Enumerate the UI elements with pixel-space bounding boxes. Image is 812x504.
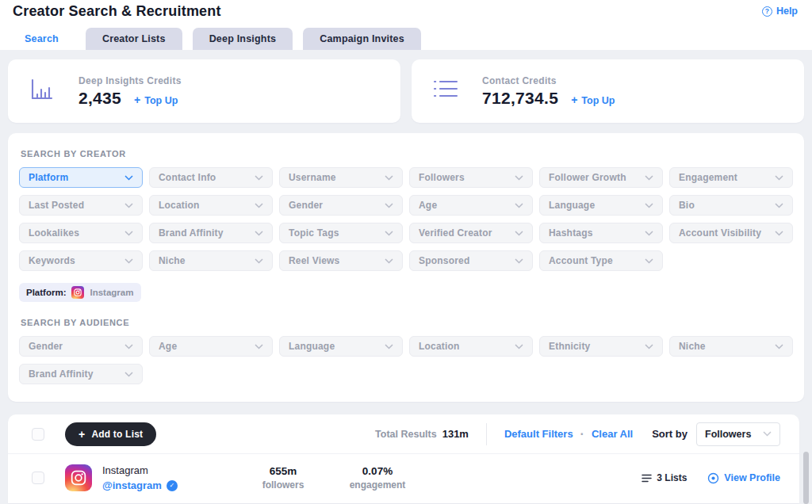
chevron-down-icon — [385, 344, 393, 349]
filter-age[interactable]: Age — [409, 195, 533, 216]
credits-row: Deep Insights Credits 2,435 + Top Up Con… — [8, 59, 804, 123]
filter-brand-affinity[interactable]: Brand Affinity — [149, 223, 273, 243]
deep-insights-credits-card: Deep Insights Credits 2,435 + Top Up — [8, 59, 400, 123]
chevron-down-icon — [645, 344, 653, 349]
filter-sponsored[interactable]: Sponsored — [409, 250, 533, 271]
creator-result-row: Instagram @instagram ✓ 655m followers 0.… — [8, 454, 799, 503]
chevron-down-icon — [515, 231, 523, 236]
filter-account-visibility[interactable]: Account Visibility — [669, 223, 793, 243]
tab-creator-lists[interactable]: Creator Lists — [86, 28, 182, 50]
view-profile-button[interactable]: View Profile — [707, 472, 780, 484]
filter-engagement[interactable]: Engagement — [669, 167, 793, 188]
audience-filter-gender[interactable]: Gender — [19, 336, 143, 357]
default-filters-link[interactable]: Default Filters — [504, 428, 573, 440]
page-header: Creator Search & Recruitment ? Help Sear… — [0, 0, 812, 50]
filter-follower-growth[interactable]: Follower Growth — [539, 167, 663, 188]
applied-filters-row: Platform: Instagram — [19, 283, 793, 302]
chevron-down-icon — [124, 344, 133, 349]
chevron-down-icon — [645, 175, 653, 181]
filter-last-posted[interactable]: Last Posted — [19, 195, 143, 216]
chevron-down-icon — [515, 175, 523, 181]
help-label: Help — [776, 6, 798, 17]
chevron-down-icon — [124, 258, 133, 264]
topup-button[interactable]: + Top Up — [571, 94, 615, 106]
results-card: + Add to List Total Results 131m Default… — [8, 414, 799, 503]
search-filters-card: SEARCH BY CREATOR Platform Contact Info … — [8, 133, 804, 402]
help-icon: ? — [762, 6, 772, 17]
tab-deep-insights[interactable]: Deep Insights — [193, 28, 293, 50]
audience-filter-ethnicity[interactable]: Ethnicity — [539, 336, 663, 357]
total-results-label: Total Results — [375, 429, 437, 440]
select-all-checkbox[interactable] — [32, 428, 44, 441]
chevron-down-icon — [775, 175, 783, 181]
filter-location[interactable]: Location — [149, 195, 273, 216]
search-by-creator-title: SEARCH BY CREATOR — [21, 149, 793, 158]
audience-filter-brand-affinity[interactable]: Brand Affinity — [19, 364, 143, 384]
chevron-down-icon — [515, 344, 523, 349]
help-link[interactable]: ? Help — [762, 6, 798, 17]
topup-button[interactable]: + Top Up — [134, 94, 178, 106]
tab-campaign-invites[interactable]: Campaign Invites — [303, 28, 421, 50]
chevron-down-icon — [255, 175, 263, 181]
divider — [486, 423, 487, 445]
row-checkbox[interactable] — [32, 472, 44, 484]
chevron-down-icon — [124, 231, 133, 236]
filter-gender[interactable]: Gender — [279, 195, 403, 216]
audience-filter-language[interactable]: Language — [279, 336, 403, 357]
filter-topic-tags[interactable]: Topic Tags — [279, 223, 403, 243]
filter-niche[interactable]: Niche — [149, 250, 273, 271]
creator-name: Instagram — [102, 464, 247, 476]
creator-handle-link[interactable]: @instagram — [102, 479, 162, 491]
filter-followers[interactable]: Followers — [409, 167, 533, 188]
filter-username[interactable]: Username — [279, 167, 403, 188]
chevron-down-icon — [255, 258, 263, 264]
chevron-down-icon — [775, 203, 783, 208]
chevron-down-icon — [255, 344, 263, 349]
tab-search[interactable]: Search — [8, 28, 75, 50]
audience-filter-grid: Gender Age Language Location Ethnicity N… — [19, 336, 793, 384]
eye-icon — [707, 472, 719, 484]
results-toolbar: + Add to List Total Results 131m Default… — [8, 414, 799, 453]
filter-reel-views[interactable]: Reel Views — [279, 250, 403, 271]
chevron-down-icon — [763, 431, 772, 437]
chevron-down-icon — [124, 372, 133, 377]
filter-contact-info[interactable]: Contact Info — [149, 167, 273, 188]
clear-all-link[interactable]: Clear All — [592, 428, 633, 440]
filter-hashtags[interactable]: Hashtags — [539, 223, 663, 243]
sort-by-label: Sort by — [652, 428, 688, 440]
platform-instagram-chip[interactable]: Platform: Instagram — [19, 283, 141, 302]
list-lines-icon — [642, 474, 652, 483]
scrollbar-thumb[interactable] — [803, 452, 809, 504]
filter-language[interactable]: Language — [539, 195, 663, 216]
filter-lookalikes[interactable]: Lookalikes — [19, 223, 143, 243]
filter-bio[interactable]: Bio — [669, 195, 793, 216]
audience-filter-location[interactable]: Location — [409, 336, 533, 357]
verified-badge-icon: ✓ — [167, 480, 178, 491]
plus-icon: + — [134, 94, 140, 106]
chevron-down-icon — [385, 258, 393, 264]
creator-filter-grid: Platform Contact Info Username Followers… — [19, 167, 793, 271]
instagram-avatar — [65, 464, 92, 491]
chevron-down-icon — [124, 175, 133, 181]
total-results-value: 131m — [442, 428, 469, 440]
chevron-down-icon — [255, 203, 263, 208]
chevron-down-icon — [775, 231, 783, 236]
chevron-down-icon — [255, 231, 263, 236]
chevron-down-icon — [645, 258, 653, 264]
audience-filter-niche[interactable]: Niche — [669, 336, 793, 357]
chevron-down-icon — [385, 175, 393, 181]
plus-icon: + — [79, 430, 85, 438]
filter-account-type[interactable]: Account Type — [539, 250, 663, 271]
chevron-down-icon — [645, 231, 653, 236]
chevron-down-icon — [515, 258, 523, 264]
add-to-list-button[interactable]: + Add to List — [65, 422, 156, 446]
audience-filter-age[interactable]: Age — [149, 336, 273, 357]
credit-value: 2,435 — [79, 89, 121, 108]
lists-button[interactable]: 3 Lists — [642, 472, 687, 483]
followers-stat: 655m followers — [247, 465, 320, 491]
filter-keywords[interactable]: Keywords — [19, 250, 143, 271]
sort-select[interactable]: Followers — [696, 422, 780, 446]
filter-verified-creator[interactable]: Verified Creator — [409, 223, 533, 243]
filter-platform[interactable]: Platform — [19, 167, 143, 188]
page-title: Creator Search & Recruitment — [13, 3, 221, 20]
